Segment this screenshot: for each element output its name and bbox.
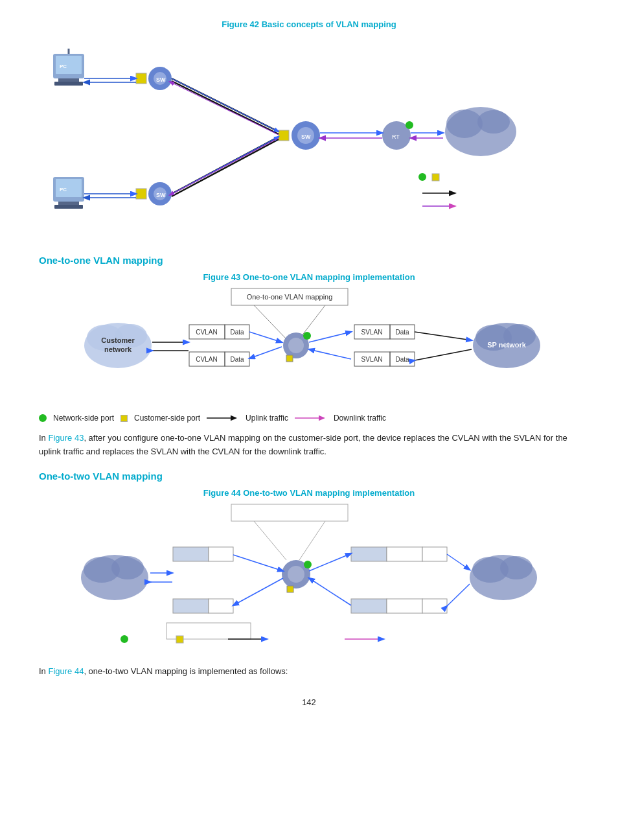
uplink-arrow (207, 414, 239, 423)
svg-rect-1 (58, 78, 79, 82)
svg-rect-125 (176, 636, 183, 643)
svg-line-120 (309, 554, 351, 571)
svg-text:Data: Data (230, 329, 244, 336)
downlink-arrow (295, 414, 327, 423)
svg-text:Data: Data (395, 356, 409, 363)
page-number: 142 (39, 697, 579, 707)
svg-line-51 (254, 305, 286, 339)
svg-rect-111 (387, 547, 422, 561)
network-side-label: Network-side port (53, 414, 114, 423)
body-text-2: In Figure 44, one-to-two VLAN mapping is… (39, 665, 579, 679)
svg-line-89 (415, 349, 472, 360)
svg-line-34 (170, 82, 279, 135)
svg-line-52 (299, 305, 325, 339)
svg-rect-106 (209, 547, 233, 561)
customer-side-label: Customer-side port (134, 414, 200, 423)
svg-rect-46 (432, 174, 439, 181)
svg-rect-114 (387, 599, 422, 613)
svg-point-28 (477, 110, 510, 134)
svg-line-119 (233, 578, 283, 605)
svg-text:SW: SW (156, 192, 166, 198)
svg-point-104 (304, 561, 312, 568)
svg-rect-107 (173, 599, 209, 613)
svg-line-84 (309, 332, 351, 342)
svg-rect-113 (351, 599, 387, 613)
svg-line-82 (249, 332, 282, 342)
svg-text:CVLAN: CVLAN (196, 356, 217, 363)
fig43-legend: Network-side port Customer-side port Upl… (39, 414, 579, 423)
svg-point-63 (288, 338, 304, 353)
downlink-label: Downlink traffic (334, 414, 386, 423)
svg-rect-15 (136, 189, 146, 199)
svg-text:RT: RT (392, 134, 400, 140)
svg-rect-115 (422, 599, 447, 613)
svg-point-25 (406, 121, 413, 129)
section1-header: One-to-one VLAN mapping (39, 255, 579, 266)
section2-header: One-to-two VLAN mapping (39, 471, 579, 482)
svg-text:Customer: Customer (101, 336, 135, 344)
svg-rect-112 (422, 547, 447, 561)
svg-rect-7 (58, 202, 79, 205)
svg-point-27 (446, 110, 483, 138)
fig44-link[interactable]: Figure 44 (48, 666, 84, 676)
svg-text:SVLAN: SVLAN (361, 329, 383, 336)
svg-point-102 (288, 566, 304, 583)
svg-text:PC: PC (60, 64, 67, 69)
svg-text:CVLAN: CVLAN (196, 329, 217, 336)
svg-point-45 (418, 173, 426, 181)
svg-point-97 (111, 556, 144, 579)
svg-rect-65 (286, 355, 293, 362)
svg-rect-92 (231, 504, 348, 521)
svg-text:SW: SW (301, 134, 311, 140)
svg-line-85 (309, 349, 351, 359)
svg-text:SW: SW (156, 76, 166, 83)
svg-text:SP network: SP network (487, 341, 527, 349)
network-side-dot (39, 414, 47, 422)
svg-text:PC: PC (60, 187, 67, 192)
svg-line-94 (299, 521, 325, 560)
svg-rect-105 (173, 547, 209, 561)
svg-line-38 (170, 138, 279, 195)
uplink-label: Uplink traffic (246, 414, 288, 423)
svg-point-64 (303, 332, 311, 340)
svg-rect-2 (54, 82, 83, 86)
fig43-diagram: One-to-one VLAN mapping Customer network… (39, 287, 579, 407)
svg-line-36 (172, 139, 279, 196)
fig43-title: Figure 43 One-to-one VLAN mapping implem… (39, 272, 579, 282)
svg-rect-108 (209, 599, 233, 613)
customer-side-square (120, 415, 128, 422)
svg-line-121 (309, 578, 351, 605)
svg-line-83 (249, 347, 282, 358)
svg-line-93 (254, 521, 286, 560)
svg-point-100 (500, 556, 532, 579)
svg-text:Data: Data (395, 329, 409, 336)
fig44-title: Figure 44 One-to-two VLAN mapping implem… (39, 488, 579, 498)
svg-rect-11 (136, 73, 146, 84)
svg-text:Data: Data (230, 356, 244, 363)
svg-text:SVLAN: SVLAN (361, 356, 383, 363)
svg-text:network: network (104, 345, 132, 353)
fig42-title: Figure 42 Basic concepts of VLAN mapping (39, 19, 579, 29)
svg-line-32 (172, 81, 279, 134)
fig42-diagram: PC PC SW SW SW RT (39, 34, 579, 242)
svg-rect-110 (351, 547, 387, 561)
svg-line-118 (233, 555, 283, 571)
svg-line-123 (447, 584, 470, 606)
svg-rect-8 (54, 205, 83, 209)
svg-line-33 (172, 78, 279, 132)
body-text-1: In Figure 43, after you configure one-to… (39, 432, 579, 459)
svg-text:One-to-one VLAN mapping: One-to-one VLAN mapping (247, 293, 333, 301)
svg-line-122 (447, 554, 470, 570)
svg-rect-19 (279, 130, 289, 141)
svg-line-88 (415, 332, 472, 340)
fig43-link[interactable]: Figure 43 (48, 433, 84, 443)
svg-point-124 (120, 635, 128, 643)
fig44-diagram (39, 503, 579, 659)
svg-rect-103 (287, 586, 293, 592)
